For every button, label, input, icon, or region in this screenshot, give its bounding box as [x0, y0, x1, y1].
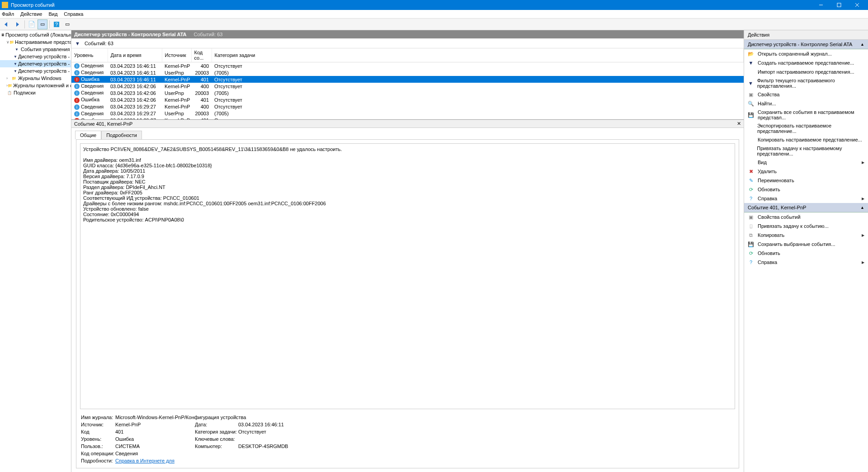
save-icon: 💾 — [748, 241, 754, 247]
titlebar: Просмотр событий — [0, 0, 868, 10]
col-source[interactable]: Источник — [162, 48, 191, 62]
action-label: Найти... — [758, 101, 776, 106]
toolbar-btn-2[interactable]: ▭ — [38, 19, 47, 29]
action-event-attach[interactable]: ⌷Привязать задачу к событию... — [744, 222, 868, 231]
table-row[interactable]: !Ошибка03.04.2023 16:42:06Kernel-PnP401О… — [71, 96, 744, 103]
close-button[interactable] — [848, 0, 866, 10]
menu-file[interactable]: Файл — [2, 11, 14, 17]
action-label: Вид — [758, 160, 767, 165]
table-row[interactable]: iСведения03.04.2023 16:46:11Kernel-PnP40… — [71, 62, 744, 70]
action-refresh[interactable]: ⟳Обновить — [744, 185, 868, 194]
minimize-button[interactable] — [812, 0, 830, 10]
col-level[interactable]: Уровень — [71, 48, 108, 62]
detail-title: Событие 401, Kernel-PnP — [74, 121, 132, 127]
table-row[interactable]: !Ошибка03.04.2023 16:29:27Kernel-PnP401О… — [71, 117, 744, 120]
back-button[interactable] — [2, 19, 12, 29]
table-row[interactable]: iСведения03.04.2023 16:42:06UserPnp20003… — [71, 90, 744, 96]
table-row[interactable]: iСведения03.04.2023 16:46:11UserPnp20003… — [71, 69, 744, 76]
action-delete[interactable]: ✖Удалить — [744, 167, 868, 176]
nav-tree[interactable]: 🖥 Просмотр событий (Локальны ∨ 📁 Настраи… — [0, 30, 71, 472]
col-code[interactable]: Код со... — [191, 48, 212, 62]
table-row[interactable]: iСведения03.04.2023 16:29:27Kernel-PnP40… — [71, 104, 744, 110]
table-row[interactable]: iСведения03.04.2023 16:42:06Kernel-PnP40… — [71, 83, 744, 90]
level-icon: i — [74, 63, 80, 69]
funnel-icon[interactable]: ▼ — [75, 41, 80, 46]
meta-label: Код операции: — [81, 451, 113, 456]
tree-subscriptions[interactable]: 📋 Подписки — [0, 89, 71, 96]
action-properties[interactable]: ▣Свойства — [744, 90, 868, 99]
tree-dm1[interactable]: ▼ Диспетчер устройств - Н — [0, 53, 71, 60]
action-export[interactable]: Экспортировать настраиваемое представлен… — [744, 122, 868, 135]
collapse-icon[interactable]: ▲ — [860, 205, 864, 210]
tab-details[interactable]: Подробности — [101, 131, 142, 139]
tree-dm3[interactable]: ▼ Диспетчер устройств - Н — [0, 67, 71, 75]
tree-dm2[interactable]: ▼ Диспетчер устройств - К — [0, 60, 71, 67]
expand-toggle[interactable]: ∨ — [6, 40, 9, 44]
tree-custom-views[interactable]: ∨ 📁 Настраиваемые представле — [0, 38, 71, 46]
action-event-save[interactable]: 💾Сохранить выбранные события... — [744, 240, 868, 249]
tree-app-logs[interactable]: › 📁 Журналы приложений и сл — [0, 82, 71, 89]
menu-action[interactable]: Действие — [20, 11, 42, 17]
svg-marker-4 — [5, 22, 7, 27]
center-title: Диспетчер устройств - Контроллер Serial … — [74, 32, 187, 37]
event-message[interactable]: Устройство PCI\VEN_8086&DEV_7AE2&SUBSYS_… — [80, 143, 735, 409]
detail-tabs: Общие Подробности — [75, 131, 740, 139]
event-grid[interactable]: Уровень Дата и время Источник Код со... … — [71, 48, 744, 120]
toolbar-btn-3[interactable]: ▭ — [62, 19, 72, 29]
action-attach-task[interactable]: Привязать задачу к настраиваемому предст… — [744, 144, 868, 158]
open-icon: 📂 — [748, 51, 754, 57]
refresh-icon: ⟳ — [748, 186, 754, 193]
action-event-copy[interactable]: ⧉Копировать▶ — [744, 231, 868, 240]
show-hide-tree-button[interactable]: 📄 — [27, 19, 37, 29]
actions-section-event: Событие 401, Kernel-PnP ▲ — [744, 203, 868, 212]
col-date[interactable]: Дата и время — [108, 48, 162, 62]
action-view[interactable]: Вид▶ — [744, 158, 868, 167]
blank-icon — [748, 148, 753, 154]
action-copy-view[interactable]: Копировать настраиваемое представление..… — [744, 135, 868, 144]
action-help[interactable]: ?Справка▶ — [744, 194, 868, 203]
tab-general[interactable]: Общие — [75, 131, 101, 139]
table-row[interactable]: iСведения03.04.2023 16:29:27UserPnp20003… — [71, 110, 744, 117]
expand-toggle[interactable]: › — [6, 76, 11, 80]
action-event-refresh[interactable]: ⟳Обновить — [744, 249, 868, 258]
action-event-props[interactable]: ▣Свойства событий — [744, 212, 868, 222]
details-panel: Устройство PCI\VEN_8086&DEV_7AE2&SUBSYS_… — [76, 139, 739, 468]
meta-grid: Имя журнала: Microsoft-Windows-Kernel-Pn… — [76, 413, 739, 468]
tree-root-label: Просмотр событий (Локальны — [5, 32, 71, 38]
save-icon: 💾 — [748, 112, 754, 118]
action-label: Обновить — [758, 250, 780, 256]
menu-help[interactable]: Справка — [64, 11, 83, 17]
col-task[interactable]: Категория задачи — [212, 48, 744, 62]
center-header: Диспетчер устройств - Контроллер Serial … — [71, 30, 744, 38]
action-label: Копировать настраиваемое представление..… — [758, 137, 862, 142]
action-find[interactable]: 🔍Найти... — [744, 99, 868, 108]
action-event-help[interactable]: ?Справка▶ — [744, 258, 868, 267]
action-filter-current[interactable]: ▼Фильтр текущего настраиваемого представ… — [744, 76, 868, 90]
tree-admin-events[interactable]: ▼ События управления — [0, 46, 71, 53]
refresh-icon: ⟳ — [748, 250, 754, 256]
action-label: Свойства — [758, 92, 779, 97]
action-open-saved[interactable]: 📂Открыть сохраненный журнал... — [744, 49, 868, 58]
menu-view[interactable]: Вид — [48, 11, 57, 17]
collapse-icon[interactable]: ▲ — [860, 42, 864, 47]
blank-icon — [748, 137, 754, 143]
tree-windows-logs[interactable]: › 📁 Журналы Windows — [0, 75, 71, 82]
table-row[interactable]: !Ошибка03.04.2023 16:46:11Kernel-PnP401О… — [71, 76, 744, 83]
tree-root[interactable]: 🖥 Просмотр событий (Локальны — [0, 31, 71, 38]
toolbar-separator — [24, 20, 25, 28]
close-detail-button[interactable]: ✕ — [737, 121, 741, 127]
action-import-view[interactable]: Импорт настраиваемого представления... — [744, 67, 868, 76]
help-button[interactable]: ? — [52, 19, 61, 29]
action-save-all[interactable]: 💾Сохранить все события в настраиваемом п… — [744, 108, 868, 122]
online-help-link[interactable]: Справка в Интернете для — [115, 458, 734, 463]
folder-icon: 📁 — [11, 76, 17, 81]
action-create-view[interactable]: ▼Создать настраиваемое представление... — [744, 58, 868, 67]
level-icon: i — [74, 84, 80, 89]
forward-button[interactable] — [13, 19, 23, 29]
meta-value — [238, 436, 734, 442]
maximize-button[interactable] — [830, 0, 848, 10]
tree-label: Настраиваемые представле — [15, 39, 71, 45]
center-count: Событий: 63 — [194, 32, 223, 37]
action-rename[interactable]: ✎Переименовать — [744, 176, 868, 185]
tree-label: Подписки — [14, 90, 36, 95]
